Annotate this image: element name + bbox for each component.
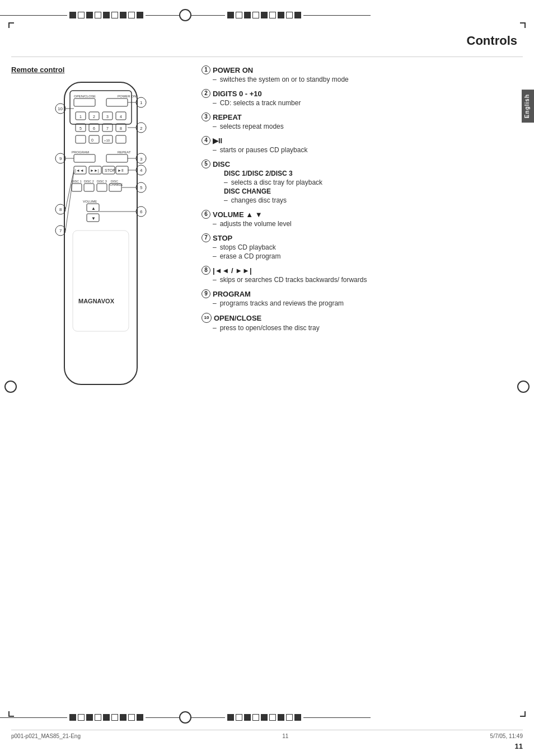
svg-text:9: 9 — [59, 156, 62, 161]
main-layout: Remote control OPEN/CLOSE POWER ON — [11, 65, 523, 406]
controls-list: 1 POWER ON switches the system on or to … — [202, 65, 523, 337]
control-number-2: 2 — [202, 89, 210, 98]
svg-text:3: 3 — [106, 115, 109, 119]
svg-text:6: 6 — [140, 209, 143, 214]
remote-svg: OPEN/CLOSE POWER ON 1 2 3 4 — [45, 79, 157, 404]
svg-rect-23 — [89, 135, 99, 143]
svg-text:OPEN/CLOSE: OPEN/CLOSE — [74, 95, 96, 98]
control-item-2: 2 DIGITS 0 - +10 CD: selects a track num… — [202, 89, 523, 107]
language-tab: English — [522, 90, 534, 123]
svg-text:6: 6 — [93, 126, 95, 130]
control-item-7: 7 STOP stops CD playback erase a CD prog… — [202, 233, 523, 260]
svg-text:5: 5 — [79, 126, 82, 130]
control-desc-8-0: skips or searches CD tracks backwards/ f… — [213, 276, 523, 284]
svg-text:VOLUME: VOLUME — [83, 200, 97, 203]
control-desc-6-0: adjusts the volume level — [213, 220, 523, 228]
svg-rect-30 — [74, 154, 95, 162]
control-title-5: DISC — [213, 160, 230, 168]
control-number-5: 5 — [202, 159, 210, 168]
control-title-7: STOP — [213, 234, 232, 242]
svg-text:8: 8 — [59, 207, 62, 212]
footer-mid: 11 — [282, 733, 288, 739]
footer-left: p001-p021_MAS85_21-Eng — [11, 733, 81, 739]
svg-text:►►|: ►►| — [90, 168, 99, 173]
svg-rect-31 — [106, 154, 128, 162]
page-number: 11 — [515, 742, 523, 750]
right-crosshair — [517, 381, 530, 393]
control-subtitle-5-1: DISC 1/DISC 2/DISC 3 — [224, 170, 523, 177]
control-number-1: 1 — [202, 65, 210, 74]
control-number-10: 10 — [202, 313, 212, 323]
control-item-9: 9 PROGRAM programs tracks and reviews th… — [202, 289, 523, 307]
corner-bracket-tl — [8, 22, 14, 28]
control-number-4: 4 — [202, 136, 210, 145]
control-title-1: POWER ON — [213, 66, 253, 74]
svg-text:▼: ▼ — [91, 216, 96, 221]
control-item-10: 10 OPEN/CLOSE press to open/closes the d… — [202, 313, 523, 332]
svg-text:MAGNAVOX: MAGNAVOX — [78, 298, 115, 304]
svg-text:0: 0 — [91, 138, 93, 142]
svg-text:7: 7 — [59, 228, 62, 233]
control-title-8: |◄◄ / ►►| — [213, 266, 252, 275]
page-footer: p001-p021_MAS85_21-Eng 11 5/7/05, 11:49 — [11, 730, 523, 739]
control-number-3: 3 — [202, 112, 210, 121]
page-title: Controls — [11, 28, 523, 57]
svg-text:1: 1 — [140, 100, 143, 105]
svg-line-83 — [65, 172, 74, 231]
page-content: Controls Remote control OPEN/CLOSE POWER… — [11, 28, 523, 711]
control-desc-2-0: CD: selects a track number — [213, 99, 523, 107]
remote-control-image: OPEN/CLOSE POWER ON 1 2 3 4 — [45, 79, 157, 406]
control-desc-3-0: selects repeat modes — [213, 123, 523, 130]
control-desc-9-0: programs tracks and reviews the program — [213, 299, 523, 307]
svg-text:▲: ▲ — [91, 206, 96, 211]
svg-text:STOP: STOP — [105, 168, 115, 172]
svg-text:2: 2 — [140, 126, 143, 131]
control-number-6: 6 — [202, 210, 210, 219]
svg-text:REPEAT: REPEAT — [118, 151, 131, 154]
corner-bracket-tr — [520, 22, 526, 28]
svg-rect-4 — [74, 98, 95, 106]
control-desc-7-0: stops CD playback — [213, 243, 523, 251]
svg-text:|◄◄: |◄◄ — [75, 168, 84, 173]
control-title-6: VOLUME ▲ ▼ — [213, 210, 263, 219]
control-number-9: 9 — [202, 289, 210, 298]
svg-rect-47 — [97, 184, 107, 191]
svg-text:4: 4 — [120, 115, 122, 119]
control-title-3: REPEAT — [213, 113, 242, 121]
svg-text:DISC 3: DISC 3 — [97, 180, 107, 183]
top-border — [0, 10, 534, 20]
svg-text:3: 3 — [140, 157, 143, 162]
control-number-8: 8 — [202, 266, 210, 275]
svg-rect-27 — [116, 135, 126, 143]
svg-rect-5 — [106, 98, 128, 106]
svg-rect-46 — [84, 184, 94, 191]
control-subtitle-5-2: DISC CHANGE — [224, 187, 523, 195]
svg-line-84 — [65, 170, 74, 209]
svg-text:►II: ►II — [118, 168, 124, 172]
control-desc-7-1: erase a CD program — [213, 252, 523, 260]
svg-text:DISC 2: DISC 2 — [84, 180, 94, 183]
footer-right: 5/7/05, 11:49 — [490, 733, 523, 739]
control-number-7: 7 — [202, 233, 210, 242]
control-item-4: 4 ▶II starts or pauses CD playback — [202, 136, 523, 154]
remote-label: Remote control — [11, 65, 190, 74]
svg-rect-22 — [76, 135, 86, 143]
control-item-6: 6 VOLUME ▲ ▼ adjusts the volume level — [202, 210, 523, 228]
left-crosshair — [4, 381, 17, 393]
svg-text:5: 5 — [140, 185, 143, 190]
svg-text:PROGRAM: PROGRAM — [72, 151, 89, 154]
control-desc-4-0: starts or pauses CD playback — [213, 146, 523, 154]
svg-text:10: 10 — [58, 106, 63, 111]
left-column: Remote control OPEN/CLOSE POWER ON — [11, 65, 190, 406]
svg-text:8: 8 — [120, 126, 122, 130]
svg-text:POWER ON: POWER ON — [118, 95, 136, 98]
svg-rect-54 — [73, 231, 129, 331]
svg-text:DISC 1: DISC 1 — [72, 180, 82, 183]
svg-rect-45 — [72, 184, 82, 191]
svg-text:+10: +10 — [104, 139, 110, 142]
bottom-border — [0, 712, 534, 722]
control-title-10: OPEN/CLOSE — [214, 314, 261, 322]
control-item-3: 3 REPEAT selects repeat modes — [202, 112, 523, 130]
control-desc-5-2: changes disc trays — [224, 196, 523, 204]
control-title-9: PROGRAM — [213, 290, 251, 298]
